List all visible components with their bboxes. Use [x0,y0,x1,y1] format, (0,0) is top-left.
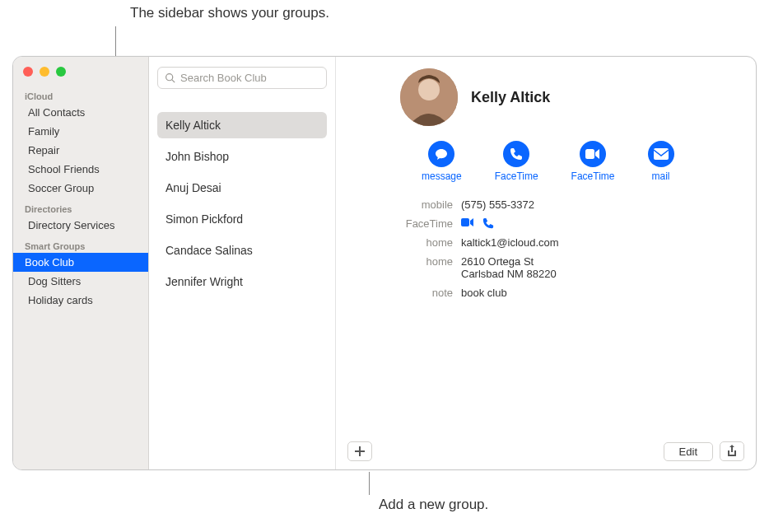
list-item[interactable]: Anuj Desai [157,175,327,201]
action-label: FaceTime [571,170,615,182]
search-input[interactable]: Search Book Club [157,67,327,89]
field-value[interactable]: kaltick1@icloud.com [461,236,559,249]
field-home-address: home 2610 Ortega St Carlsbad NM 88220 [351,252,741,283]
sidebar-item[interactable]: Family [16,122,145,141]
address-line2: Carlsbad NM 88220 [461,268,557,280]
sidebar-item[interactable]: School Friends [16,160,145,179]
field-label: note [351,287,453,299]
phone-icon [503,141,529,167]
message-icon [428,141,454,167]
add-button[interactable] [347,441,372,461]
share-button[interactable] [720,441,744,461]
callout-add-group: Add a new group. [379,497,488,513]
avatar [400,68,458,126]
window-controls [13,62,148,85]
action-label: FaceTime [495,170,538,182]
callout-sidebar-groups: The sidebar shows your groups. [130,5,329,21]
list-item[interactable]: Jennifer Wright [157,268,327,295]
field-note: note book club [351,283,741,302]
action-label: message [422,170,462,182]
svg-rect-5 [654,148,669,160]
svg-line-1 [172,80,175,82]
field-value[interactable]: (575) 555-3372 [461,198,534,211]
address-line1: 2610 Ortega St [461,255,557,268]
list-item[interactable]: Simon Pickford [157,206,327,232]
contact-action-message[interactable]: message [422,141,462,182]
field-label: mobile [351,198,453,211]
plus-icon [355,446,365,456]
close-icon[interactable] [23,67,33,77]
sidebar-item[interactable]: Dog Sitters [16,272,145,291]
contact-detail: Kelly Altick messageFaceTimeFaceTimemail… [336,57,756,469]
contact-action-FaceTime[interactable]: FaceTime [495,141,538,182]
svg-rect-6 [461,218,469,226]
action-label: mail [652,170,670,182]
field-mobile: mobile (575) 555-3372 [351,195,741,214]
list-item[interactable]: Kelly Altick [157,112,327,138]
sidebar-item[interactable]: Repair [16,141,145,160]
edit-button[interactable]: Edit [664,442,713,461]
contact-name: Kelly Altick [471,89,550,106]
contact-action-mail[interactable]: mail [648,141,674,182]
contact-list-column: Search Book Club Kelly AltickJohn Bishop… [149,57,336,469]
list-item[interactable]: John Bishop [157,143,327,170]
search-icon [165,72,175,83]
maximize-icon[interactable] [56,67,66,77]
contact-action-FaceTime[interactable]: FaceTime [571,141,615,182]
minimize-icon[interactable] [40,67,49,77]
svg-point-3 [418,79,440,100]
sidebar-section-header: Directories [13,198,148,216]
field-value[interactable]: 2610 Ortega St Carlsbad NM 88220 [461,255,557,280]
field-home-email: home kaltick1@icloud.com [351,233,741,252]
field-label: home [351,236,453,249]
video-icon [580,141,606,167]
search-placeholder: Search Book Club [180,72,267,84]
callout-line [115,26,116,58]
sidebar-item[interactable]: Book Club [13,253,148,272]
video-icon[interactable] [461,217,474,227]
field-facetime: FaceTime [351,214,741,233]
sidebar-section-header: Smart Groups [13,235,148,253]
field-label: home [351,255,453,268]
list-item[interactable]: Candace Salinas [157,237,327,264]
svg-point-0 [166,74,173,81]
sidebar-section-header: iCloud [13,85,148,103]
sidebar: iCloudAll ContactsFamilyRepairSchool Fri… [13,57,149,469]
sidebar-item[interactable]: Holiday cards [16,291,145,310]
mail-icon [648,141,674,167]
contacts-window: iCloudAll ContactsFamilyRepairSchool Fri… [12,56,757,470]
field-label: FaceTime [351,217,453,230]
svg-rect-4 [585,149,594,159]
sidebar-item[interactable]: Soccer Group [16,179,145,198]
field-value[interactable]: book club [461,287,507,299]
phone-icon[interactable] [482,217,494,229]
sidebar-item[interactable]: Directory Services [16,216,145,235]
callout-line [369,472,370,495]
share-icon [726,445,738,458]
sidebar-item[interactable]: All Contacts [16,103,145,122]
